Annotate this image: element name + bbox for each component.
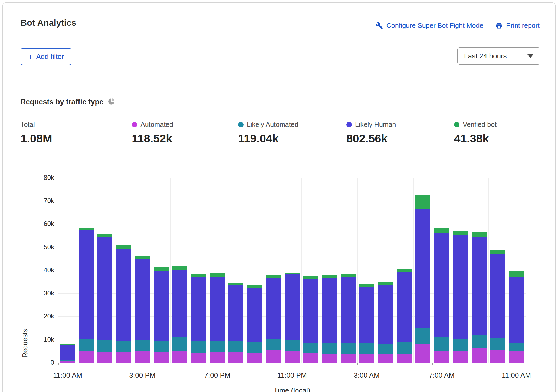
stat-total[interactable]: Total1.08M (21, 121, 52, 145)
v-gridline (320, 178, 320, 363)
stat-likely-human[interactable]: Likely Human802.56k (346, 121, 396, 145)
stat-likely-automated[interactable]: Likely Automated119.04k (238, 121, 298, 145)
bar-10-00-am[interactable] (490, 250, 505, 363)
x-tick-mark (58, 363, 59, 365)
bar-5-00-pm[interactable] (172, 266, 187, 363)
bar-1-00-pm[interactable] (97, 234, 112, 363)
segment-likely-human (285, 274, 300, 340)
bar-12-00-pm[interactable] (79, 228, 94, 363)
pie-chart-icon[interactable] (108, 98, 115, 106)
segment-verified-bot (303, 276, 318, 279)
segment-likely-human (322, 278, 337, 343)
x-tick-mark (283, 363, 283, 365)
segment-automated (472, 348, 487, 363)
plus-icon: + (28, 53, 33, 61)
x-tick-label: 11:00 PM (268, 371, 316, 380)
stat-verified-bot[interactable]: Verified bot41.38k (454, 121, 497, 145)
bar-8-00-pm[interactable] (228, 283, 243, 363)
bar-4-00-pm[interactable] (154, 267, 169, 363)
segment-likely-automated (97, 340, 112, 352)
segment-likely-automated (490, 338, 505, 350)
add-filter-button[interactable]: + Add filter (21, 48, 71, 65)
wrench-icon (376, 22, 383, 29)
bar-12-00-am[interactable] (303, 276, 318, 363)
bar-3-00-am[interactable] (359, 284, 374, 363)
stat-automated[interactable]: Automated118.52k (132, 121, 173, 145)
bar-3-00-pm[interactable] (135, 256, 150, 363)
segment-likely-human (303, 279, 318, 343)
segment-likely-human (341, 277, 356, 343)
segment-likely-human (359, 287, 374, 343)
bar-9-00-am[interactable] (472, 232, 487, 363)
time-range-dropdown[interactable]: Last 24 hours (457, 47, 540, 65)
segment-verified-bot (172, 266, 187, 270)
segment-likely-human (154, 271, 169, 341)
stat-value: 41.38k (454, 132, 497, 145)
segment-automated (341, 354, 356, 363)
bar-6-00-am[interactable] (415, 195, 430, 363)
x-tick-label: 11:00 AM (43, 371, 92, 380)
bar-2-00-am[interactable] (341, 274, 356, 363)
segment-likely-human (60, 345, 75, 360)
bar-7-00-pm[interactable] (210, 273, 225, 363)
v-gridline (96, 178, 96, 363)
y-tick-label: 0 (32, 359, 54, 366)
configure-super-bot-fight-mode-link[interactable]: Configure Super Bot Fight Mode (376, 22, 484, 29)
segment-automated (359, 354, 374, 363)
v-gridline (432, 178, 432, 363)
section-heading-label: Requests by traffic type (21, 98, 103, 106)
segment-verified-bot (322, 275, 337, 278)
segment-likely-human (378, 285, 393, 344)
bar-11-00-pm[interactable] (285, 273, 300, 363)
bar-6-00-pm[interactable] (191, 274, 206, 363)
segment-automated (172, 351, 187, 363)
segment-verified-bot (434, 228, 449, 233)
segment-automated (228, 352, 243, 363)
v-gridline (189, 178, 189, 363)
bar-11-00-am[interactable] (60, 344, 75, 363)
v-gridline (283, 178, 283, 363)
bot-analytics-card: Bot Analytics Configure Super Bot Fight … (2, 2, 556, 392)
bar-5-00-am[interactable] (397, 269, 412, 363)
v-gridline (488, 178, 489, 363)
bar-1-00-am[interactable] (322, 275, 337, 363)
v-gridline (470, 178, 470, 363)
bar-7-00-am[interactable] (434, 228, 449, 363)
segment-likely-human (210, 277, 225, 341)
v-gridline (507, 178, 507, 363)
requests-chart: Requests 80k70k60k50k40k30k20k10k011:00 … (3, 165, 558, 392)
v-gridline (339, 178, 339, 363)
segment-likely-automated (210, 341, 225, 352)
stat-separator (121, 122, 121, 152)
v-gridline (114, 178, 114, 363)
stat-label: Automated (140, 121, 173, 128)
segment-likely-human (472, 237, 487, 335)
bar-11-00-am[interactable] (509, 271, 524, 363)
segment-verified-bot (60, 344, 75, 345)
bar-8-00-am[interactable] (453, 231, 468, 363)
segment-likely-human (266, 278, 281, 339)
x-tick-mark (357, 363, 358, 365)
segment-likely-human (191, 277, 206, 341)
v-gridline (170, 178, 171, 363)
y-tick-label: 50k (32, 243, 54, 251)
bar-2-00-pm[interactable] (116, 245, 131, 363)
y-tick-label: 20k (32, 313, 54, 320)
bar-10-00-pm[interactable] (266, 275, 281, 363)
y-tick-label: 60k (32, 220, 54, 228)
segment-likely-human (490, 254, 505, 338)
segment-automated (79, 351, 94, 363)
v-gridline (58, 178, 58, 363)
segment-likely-human (97, 237, 112, 340)
print-report-link[interactable]: Print report (495, 22, 540, 29)
segment-verified-bot (228, 283, 243, 285)
bar-4-00-am[interactable] (378, 282, 393, 363)
v-gridline (451, 178, 451, 363)
segment-verified-bot (97, 234, 112, 238)
segment-likely-automated (266, 339, 281, 350)
v-gridline (376, 178, 376, 363)
bar-9-00-pm[interactable] (247, 285, 262, 363)
plot-area (58, 178, 526, 363)
segment-verified-bot (285, 273, 300, 274)
segment-automated (397, 354, 412, 363)
